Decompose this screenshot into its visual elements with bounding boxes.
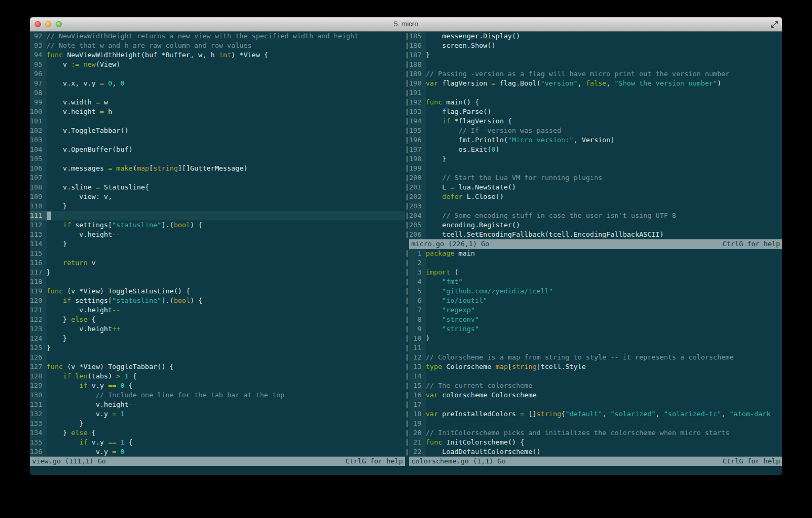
- code-line[interactable]: 201 L = lua.NewState(): [409, 183, 782, 192]
- zoom-button[interactable]: [56, 21, 62, 27]
- code-line[interactable]: 4 "fmt": [409, 277, 782, 287]
- code-line[interactable]: 116 return v: [30, 258, 405, 268]
- code-line[interactable]: 99 v.width = w: [30, 98, 405, 107]
- code-line[interactable]: 124 }: [30, 334, 405, 343]
- code-line[interactable]: 197 os.Exit(0): [409, 145, 782, 154]
- code-line[interactable]: 16var colorscheme Colorscheme: [409, 390, 782, 400]
- code-line[interactable]: 123 v.height++: [30, 324, 405, 334]
- code-line[interactable]: 132 v.y = 1: [30, 409, 405, 419]
- code-line[interactable]: 187}: [409, 50, 782, 60]
- code-line[interactable]: 126: [30, 353, 405, 362]
- code-line[interactable]: 115: [30, 249, 405, 258]
- code-line[interactable]: 21func InitColorscheme() {: [409, 438, 782, 447]
- editor-pane-micro-go[interactable]: 185 messenger.Display()186 screen.Show()…: [409, 31, 782, 249]
- code-line[interactable]: 136 v.y = 0: [30, 447, 405, 457]
- code-line[interactable]: 114 }: [30, 239, 405, 249]
- code-line[interactable]: 191: [409, 88, 782, 98]
- code-line[interactable]: 92// NewViewWidthHeight returns a new vi…: [30, 31, 405, 41]
- code-line[interactable]: 112 if settings["statusline"].(bool) {: [30, 220, 405, 230]
- code-line[interactable]: 20// InitColorscheme picks and initializ…: [409, 428, 782, 438]
- code-line[interactable]: 196 fmt.Println("Micro version:", Versio…: [409, 135, 782, 145]
- code-line[interactable]: 8 "strconv": [409, 315, 782, 324]
- code-line[interactable]: 109 view: v,: [30, 192, 405, 202]
- code-line[interactable]: 189// Passing -version as a flag will ha…: [409, 69, 782, 79]
- code-line[interactable]: 18var preInstalledColors = []string{"def…: [409, 409, 782, 419]
- code-line[interactable]: 105: [30, 154, 405, 164]
- editor-pane-colorscheme-go[interactable]: 1package main23import (4 "fmt"5 "github.…: [409, 249, 782, 466]
- code-line[interactable]: 113 v.height--: [30, 230, 405, 239]
- code-line[interactable]: 15// The current colorscheme: [409, 381, 782, 390]
- code-line[interactable]: 94func NewViewWidthHeight(buf *Buffer, w…: [30, 50, 405, 60]
- code-line[interactable]: 134 } else {: [30, 428, 405, 438]
- code-line[interactable]: 111: [30, 211, 405, 220]
- code-line[interactable]: 122 } else {: [30, 315, 405, 324]
- minimize-button[interactable]: [45, 21, 51, 27]
- code-line[interactable]: 193 flag.Parse(): [409, 107, 782, 117]
- code-line[interactable]: 95 v := new(View): [30, 60, 405, 69]
- code-line[interactable]: 96: [30, 69, 405, 79]
- code-line[interactable]: 200 // Start the Lua VM for running plug…: [409, 173, 782, 183]
- code-line[interactable]: 22 LoadDefaultColorscheme(): [409, 447, 782, 457]
- code-view-micro-go[interactable]: 185 messenger.Display()186 screen.Show()…: [409, 31, 782, 239]
- code-line[interactable]: 131 v.height--: [30, 400, 405, 409]
- code-line[interactable]: 129 if v.y == 0 {: [30, 381, 405, 390]
- code-line[interactable]: 190var flagVersion = flag.Bool("version"…: [409, 79, 782, 88]
- code-line[interactable]: 104 v.OpenBuffer(buf): [30, 145, 405, 154]
- code-line[interactable]: 120 if settings["statusline"].(bool) {: [30, 296, 405, 305]
- code-line[interactable]: 128 if len(tabs) > 1 {: [30, 372, 405, 381]
- code-line[interactable]: 14: [409, 372, 782, 381]
- code-line[interactable]: 2: [409, 258, 782, 268]
- code-line[interactable]: 93// Note that w and h are raw column an…: [30, 41, 405, 50]
- code-line[interactable]: 3import (: [409, 268, 782, 277]
- code-line[interactable]: 204 // Some encoding stuff in case the u…: [409, 211, 782, 220]
- code-line[interactable]: 185 messenger.Display(): [409, 31, 782, 41]
- code-line[interactable]: 11: [409, 343, 782, 353]
- code-line[interactable]: 205 encoding.Register(): [409, 220, 782, 230]
- code-line[interactable]: 102 v.ToggleTabbar(): [30, 126, 405, 135]
- code-line[interactable]: 192func main() {: [409, 98, 782, 107]
- code-line[interactable]: 121 v.height--: [30, 305, 405, 315]
- code-line[interactable]: 106 v.messages = make(map[string][]Gutte…: [30, 164, 405, 173]
- code-line[interactable]: 7 "regexp": [409, 305, 782, 315]
- code-line[interactable]: 10): [409, 334, 782, 343]
- code-line[interactable]: 98: [30, 88, 405, 98]
- code-line[interactable]: 130 // Include one line for the tab bar …: [30, 390, 405, 400]
- code-line[interactable]: 118: [30, 277, 405, 287]
- code-line[interactable]: 107: [30, 173, 405, 183]
- code-line[interactable]: 195 // If -version was passed: [409, 126, 782, 135]
- code-line[interactable]: 198 }: [409, 154, 782, 164]
- code-line[interactable]: 108 v.sline = Statusline{: [30, 183, 405, 192]
- code-view-colorscheme-go[interactable]: 1package main23import (4 "fmt"5 "github.…: [409, 249, 782, 457]
- code-line[interactable]: 125}: [30, 343, 405, 353]
- code-line[interactable]: 199: [409, 164, 782, 173]
- code-line[interactable]: 12// Colorscheme is a map from string to…: [409, 353, 782, 362]
- code-line[interactable]: 133 }: [30, 419, 405, 428]
- code-line[interactable]: 5 "github.com/zyedidia/tcell": [409, 287, 782, 296]
- code-line[interactable]: 9 "strings": [409, 324, 782, 334]
- code-line[interactable]: 110 }: [30, 202, 405, 211]
- title-bar[interactable]: 5. micro: [30, 17, 782, 31]
- resize-icon[interactable]: [771, 20, 778, 28]
- code-line[interactable]: 202 defer L.Close(): [409, 192, 782, 202]
- close-button[interactable]: [35, 21, 41, 27]
- code-line[interactable]: 135 if v.y == 1 {: [30, 438, 405, 447]
- code-line[interactable]: 203: [409, 202, 782, 211]
- code-line[interactable]: 1package main: [409, 249, 782, 258]
- code-line[interactable]: 17: [409, 400, 782, 409]
- code-view-view-go[interactable]: 92// NewViewWidthHeight returns a new vi…: [30, 31, 405, 457]
- code-line[interactable]: 97 v.x, v.y = 0, 0: [30, 79, 405, 88]
- code-line[interactable]: 188: [409, 60, 782, 69]
- code-line[interactable]: 127func (v *View) ToggleTabbar() {: [30, 362, 405, 372]
- code-line[interactable]: 100 v.height = h: [30, 107, 405, 117]
- code-line[interactable]: 19: [409, 419, 782, 428]
- code-line[interactable]: 194 if *flagVersion {: [409, 117, 782, 126]
- code-line[interactable]: 117}: [30, 268, 405, 277]
- code-line[interactable]: 119func (v *View) ToggleStatusLine() {: [30, 287, 405, 296]
- code-line[interactable]: 186 screen.Show(): [409, 41, 782, 50]
- code-line[interactable]: 103: [30, 135, 405, 145]
- code-line[interactable]: 6 "io/ioutil": [409, 296, 782, 305]
- editor-pane-view-go[interactable]: 92// NewViewWidthHeight returns a new vi…: [30, 31, 405, 466]
- code-line[interactable]: 101: [30, 117, 405, 126]
- code-line[interactable]: 13type Colorscheme map[string]tcell.Styl…: [409, 362, 782, 372]
- code-line[interactable]: 206 tcell.SetEncodingFallback(tcell.Enco…: [409, 230, 782, 239]
